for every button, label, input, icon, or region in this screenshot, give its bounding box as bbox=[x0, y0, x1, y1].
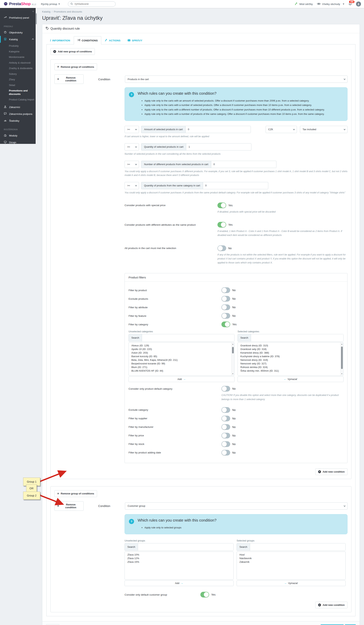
maintenance-mode[interactable]: Mód údržby bbox=[295, 2, 313, 6]
list-item[interactable]: Apollo 10 (ID: 220) bbox=[129, 347, 230, 351]
quantity-input[interactable] bbox=[186, 143, 252, 151]
toggle-switch[interactable] bbox=[222, 304, 230, 310]
sidebar-item-shipping[interactable]: Doručenie bbox=[0, 146, 37, 153]
toggle-switch[interactable] bbox=[222, 321, 230, 327]
amount-input[interactable] bbox=[185, 126, 251, 133]
sidebar-subitem[interactable]: Monitorovanie bbox=[0, 54, 37, 60]
breadcrumb-parent[interactable]: Katalóg bbox=[42, 10, 51, 13]
list-item[interactable]: Beta, Zeta, Mini, Kapa, Athena18 (ID: 21… bbox=[129, 358, 230, 362]
sidebar-item-modules[interactable]: Moduly bbox=[0, 132, 37, 139]
list-item[interactable]: Granitové sety (ID: 318) bbox=[238, 347, 339, 351]
cancel-button[interactable]: Zrušiť bbox=[46, 624, 59, 625]
sidebar-subitem[interactable]: Produkty bbox=[0, 43, 37, 49]
list-item[interactable]: Barové konzoly (ID: 65) bbox=[129, 355, 230, 358]
toggle-switch[interactable] bbox=[200, 592, 209, 597]
sidebar-item-customer-service[interactable]: Zákaznícka podpora bbox=[0, 110, 37, 117]
sidebar-item-design[interactable]: Dizajn bbox=[0, 139, 37, 146]
list-item[interactable]: Hosť bbox=[237, 553, 345, 557]
sidebar-subitem[interactable]: Promotions and discounts bbox=[0, 88, 37, 97]
sidebar-item-catalog[interactable]: Katalóg bbox=[0, 36, 37, 43]
tax-select[interactable]: Tax included bbox=[300, 126, 347, 133]
global-search[interactable] bbox=[68, 1, 116, 7]
toggle-switch[interactable] bbox=[222, 450, 230, 456]
toggle-switch[interactable] bbox=[222, 287, 230, 293]
list-item[interactable]: Nerezové sety (ID: 327) bbox=[238, 362, 339, 365]
list-item[interactable]: Šírka skrinky min. 450mm (ID: 311) bbox=[238, 369, 339, 373]
operator-select[interactable]: >= bbox=[125, 143, 139, 151]
sidebar-subitem[interactable]: Súbory bbox=[0, 71, 37, 77]
sidebar-scrollbar[interactable] bbox=[36, 8, 37, 144]
list-item[interactable]: Zľava 12% bbox=[125, 557, 233, 560]
toggle-switch[interactable] bbox=[222, 296, 230, 302]
sidebar-item-orders[interactable]: Objednávky bbox=[0, 29, 37, 36]
sidebar-subitem[interactable]: Zľavy bbox=[0, 77, 37, 82]
different-products-input[interactable] bbox=[211, 161, 277, 168]
shop-selector[interactable]: Všetky obchody bbox=[317, 2, 344, 6]
list-item[interactable]: Keramické drezy (ID: 388) bbox=[238, 351, 339, 355]
list-item[interactable]: Blum (ID: 271) bbox=[129, 365, 230, 369]
toggle-switch[interactable] bbox=[222, 433, 230, 438]
remove-condition-button[interactable]: Remove condition bbox=[55, 501, 84, 511]
same-category-input[interactable] bbox=[203, 182, 268, 189]
condition-select[interactable]: Customer group bbox=[125, 502, 347, 510]
list-item[interactable]: BLUM AVENTOS HF (ID: 44) bbox=[129, 369, 230, 373]
list-item[interactable]: Kuchynské drezy a batérie (ID: 378) bbox=[238, 355, 339, 358]
operator-select[interactable]: >= bbox=[125, 161, 139, 168]
sidebar-item-customers[interactable]: Zákazníci bbox=[0, 104, 37, 110]
list-item[interactable]: Zľava 15% bbox=[125, 560, 233, 564]
scrollbar-thumb[interactable] bbox=[341, 346, 343, 369]
toggle-switch[interactable] bbox=[222, 313, 230, 319]
toggle-switch[interactable] bbox=[222, 416, 230, 421]
toggle-switch[interactable] bbox=[222, 386, 230, 392]
search-input[interactable] bbox=[75, 3, 113, 5]
add-group-of-conditions-button[interactable]: Add new group of conditions bbox=[51, 48, 95, 55]
toggle-switch[interactable] bbox=[222, 407, 230, 413]
toggle-switch[interactable] bbox=[218, 203, 226, 208]
tab-information[interactable]: i INFORMATION bbox=[46, 36, 74, 44]
sidebar-subitem[interactable]: Sklad bbox=[0, 82, 37, 88]
unselected-groups-search-input[interactable] bbox=[138, 543, 233, 551]
selected-categories-search-input[interactable] bbox=[251, 334, 343, 342]
operator-select[interactable]: >= bbox=[125, 126, 139, 133]
list-item[interactable]: Zákazník bbox=[237, 560, 345, 564]
remove-groups-button[interactable]: Vymazať bbox=[237, 580, 346, 586]
list-item[interactable]: Bezpečnostné kovanie (ID: 99) bbox=[129, 362, 230, 365]
remove-group-button[interactable]: Remove group of conditions bbox=[55, 490, 97, 497]
toggle-switch[interactable] bbox=[218, 222, 226, 228]
sidebar-subitem[interactable]: Kategórie bbox=[0, 49, 37, 55]
currency-select[interactable]: CZK bbox=[266, 126, 297, 133]
sidebar-collapse-button[interactable] bbox=[0, 9, 37, 13]
tab-messages[interactable]: SPRÁVY bbox=[124, 36, 146, 44]
sidebar-subitem[interactable]: Atribúty & vlastnosti bbox=[0, 60, 37, 66]
list-item[interactable]: Nerezové drezy (ID: 319) bbox=[238, 358, 339, 362]
unselected-categories-search-input[interactable] bbox=[142, 334, 234, 342]
add-new-cond-button[interactable]: Add new condition bbox=[315, 602, 347, 608]
remove-categories-button[interactable]: Vymazať bbox=[238, 376, 343, 382]
add-categories-button[interactable]: Add bbox=[129, 376, 234, 382]
sidebar-item-stats[interactable]: Štatistiky bbox=[0, 117, 37, 124]
sidebar-scrollbar-thumb[interactable] bbox=[36, 13, 37, 24]
toggle-switch[interactable] bbox=[222, 424, 230, 430]
list-item[interactable]: Zľava 10% bbox=[125, 553, 233, 557]
notifications-bell[interactable]: 306 bbox=[348, 2, 352, 6]
scrollbar-thumb[interactable] bbox=[232, 347, 234, 353]
list-item[interactable]: Alveus (ID: 129) bbox=[129, 344, 230, 347]
add-groups-button[interactable]: Add bbox=[125, 580, 234, 586]
tab-conditions[interactable]: CONDITIONS bbox=[74, 36, 101, 44]
tab-actions[interactable]: ACTIONS bbox=[101, 36, 124, 44]
brand[interactable]: PrestaShop 8.1.2 bbox=[3, 1, 36, 7]
list-item[interactable]: Návštevník bbox=[237, 557, 345, 560]
remove-group-button[interactable]: Remove group of conditions bbox=[55, 63, 97, 70]
sidebar-subitem[interactable]: Značky & dodávatelia bbox=[0, 65, 37, 71]
add-new-condition-button[interactable]: Add new condition bbox=[315, 469, 347, 475]
selected-groups-search-input[interactable] bbox=[250, 543, 345, 551]
list-item[interactable]: Rohová skrinka (ID: 324) bbox=[238, 365, 339, 369]
condition-select[interactable]: Products in the cart bbox=[125, 76, 347, 83]
quick-access-menu[interactable]: Rýchly prístup bbox=[41, 3, 60, 5]
list-item[interactable]: Aston (ID: 203) bbox=[129, 351, 230, 355]
user-avatar[interactable] bbox=[356, 1, 361, 6]
toggle-switch[interactable] bbox=[218, 245, 226, 251]
toggle-switch[interactable] bbox=[222, 441, 230, 447]
list-scrollbar[interactable] bbox=[340, 343, 343, 375]
remove-condition-button[interactable]: Remove condition bbox=[55, 74, 84, 84]
